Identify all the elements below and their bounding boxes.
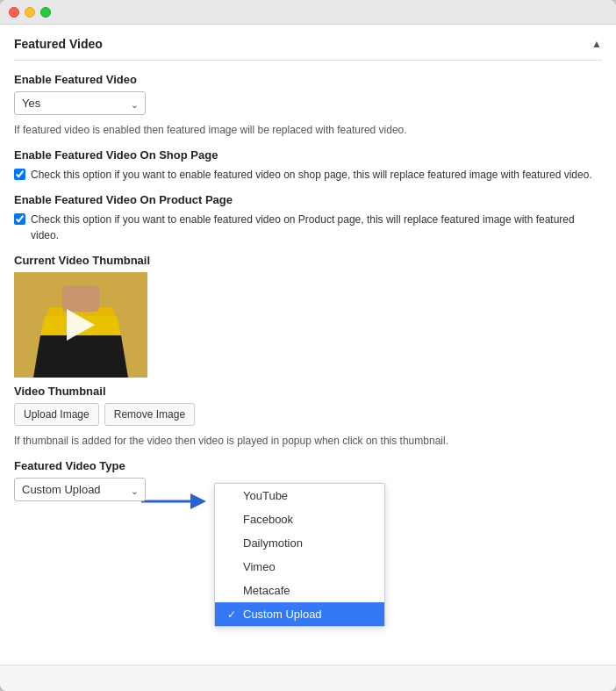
enable-video-label: Enable Featured Video — [14, 73, 602, 86]
dropdown-item-custom-upload[interactable]: ✓ Custom Upload — [215, 602, 384, 626]
collapse-arrow-icon[interactable]: ▲ — [591, 38, 602, 50]
footer-bar — [0, 665, 616, 691]
featured-type-section: YouTube Facebook Dailymotion Vimeo Metac… — [14, 478, 602, 627]
shop-page-checkbox[interactable] — [14, 169, 25, 180]
panel-title: Featured Video — [14, 37, 103, 51]
product-page-checkbox[interactable] — [14, 213, 25, 225]
dropdown-item-youtube[interactable]: YouTube — [215, 484, 384, 507]
titlebar — [0, 0, 616, 25]
metacafe-label: Metacafe — [243, 584, 290, 597]
svg-marker-2 — [33, 335, 128, 378]
remove-image-button[interactable]: Remove Image — [104, 403, 195, 426]
dropdown-item-metacafe[interactable]: Metacafe — [215, 579, 384, 602]
product-page-checkbox-row: Check this option if you want to enable … — [14, 212, 602, 243]
dropdown-area: YouTube Facebook Dailymotion Vimeo Metac… — [14, 478, 602, 627]
featured-type-label: Featured Video Type — [14, 459, 602, 472]
dropdown-menu: YouTube Facebook Dailymotion Vim — [214, 483, 385, 627]
enable-video-select-wrapper: Yes No — [14, 91, 146, 115]
dropdown-arrow-icon — [137, 488, 207, 517]
custom-upload-select-wrapper: YouTube Facebook Dailymotion Vimeo Metac… — [14, 478, 146, 501]
current-thumbnail-label: Current Video Thumbnail — [14, 254, 602, 267]
product-page-checkbox-label: Check this option if you want to enable … — [31, 212, 602, 243]
dropdown-item-facebook[interactable]: Facebook — [215, 507, 384, 531]
minimize-button[interactable] — [25, 7, 35, 18]
thumbnail-description: If thumbnail is added for the video then… — [14, 433, 602, 449]
enable-video-select[interactable]: Yes No — [14, 91, 146, 115]
dropdown-item-vimeo[interactable]: Vimeo — [215, 555, 384, 579]
thumbnail-button-row: Upload Image Remove Image — [14, 403, 602, 426]
featured-type-select[interactable]: YouTube Facebook Dailymotion Vimeo Metac… — [14, 478, 146, 501]
vimeo-label: Vimeo — [243, 560, 276, 573]
dropdown-item-dailymotion[interactable]: Dailymotion — [215, 531, 384, 555]
video-thumbnail-image — [14, 272, 147, 378]
shop-page-label: Enable Featured Video On Shop Page — [14, 148, 602, 162]
arrow-svg — [137, 488, 207, 515]
play-button-icon — [67, 309, 95, 341]
video-thumbnail-label: Video Thumbnail — [14, 385, 602, 398]
app-window: Featured Video ▲ Enable Featured Video Y… — [0, 0, 616, 691]
panel-header: Featured Video ▲ — [14, 37, 602, 61]
youtube-label: YouTube — [243, 489, 288, 502]
custom-upload-check: ✓ — [227, 608, 240, 621]
content-area: Featured Video ▲ Enable Featured Video Y… — [0, 25, 616, 665]
dailymotion-label: Dailymotion — [243, 536, 303, 550]
svg-rect-4 — [62, 285, 99, 312]
close-button[interactable] — [9, 7, 19, 18]
custom-upload-label: Custom Upload — [243, 608, 322, 621]
product-page-label: Enable Featured Video On Product Page — [14, 193, 602, 206]
enable-video-description: If featured video is enabled then featur… — [14, 122, 602, 138]
facebook-label: Facebook — [243, 513, 293, 526]
shop-page-checkbox-row: Check this option if you want to enable … — [14, 167, 602, 183]
featured-type-select-wrapper: YouTube Facebook Dailymotion Vimeo Metac… — [14, 478, 146, 508]
shop-page-checkbox-label: Check this option if you want to enable … — [31, 167, 592, 183]
maximize-button[interactable] — [40, 7, 51, 18]
upload-image-button[interactable]: Upload Image — [14, 403, 99, 426]
thumbnail-background — [14, 272, 147, 378]
panel: Featured Video ▲ Enable Featured Video Y… — [0, 25, 616, 639]
